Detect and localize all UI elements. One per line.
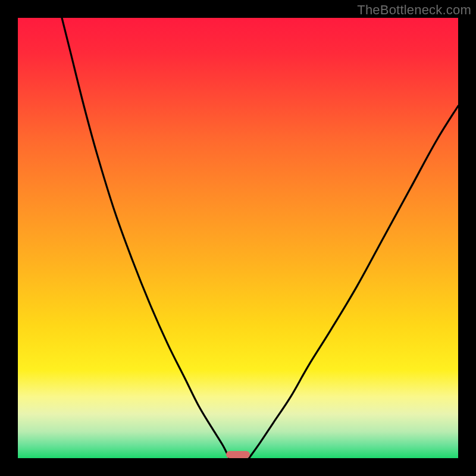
plot-area [18,18,458,458]
curve-left [62,18,229,458]
bottleneck-marker [226,451,250,458]
chart-frame: TheBottleneck.com [0,0,476,476]
curve-right [249,106,459,458]
watermark-text: TheBottleneck.com [357,2,471,18]
bottleneck-curves [18,18,458,458]
